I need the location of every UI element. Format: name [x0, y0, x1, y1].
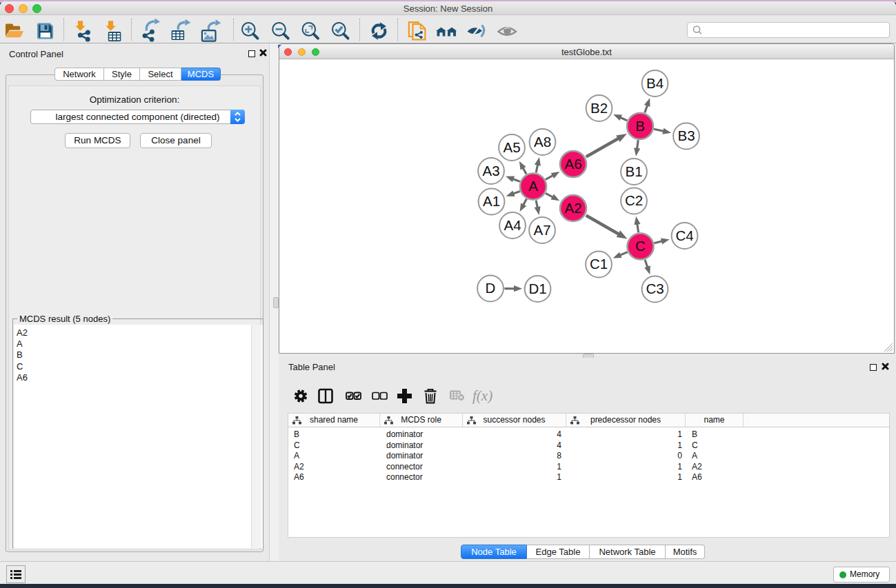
svg-text:C: C	[635, 238, 646, 254]
svg-text:A: A	[528, 178, 538, 194]
svg-text:A4: A4	[504, 217, 521, 233]
svg-text:B2: B2	[590, 100, 608, 116]
svg-text:C2: C2	[625, 192, 643, 208]
svg-text:A8: A8	[534, 134, 551, 150]
svg-text:A1: A1	[483, 193, 500, 209]
svg-text:A5: A5	[503, 139, 520, 155]
svg-text:A6: A6	[564, 156, 581, 172]
svg-text:A2: A2	[564, 200, 581, 216]
svg-text:A7: A7	[533, 222, 550, 238]
svg-text:B3: B3	[677, 128, 695, 143]
svg-text:A3: A3	[482, 163, 499, 179]
svg-text:B4: B4	[646, 75, 664, 91]
svg-text:B1: B1	[625, 163, 642, 179]
svg-text:B: B	[635, 118, 645, 134]
svg-text:D: D	[486, 280, 496, 296]
svg-text:C4: C4	[675, 227, 693, 243]
svg-text:f(x): f(x)	[472, 387, 492, 404]
svg-text:C3: C3	[646, 281, 664, 296]
svg-text:C1: C1	[590, 256, 608, 272]
svg-text:D1: D1	[528, 281, 546, 296]
